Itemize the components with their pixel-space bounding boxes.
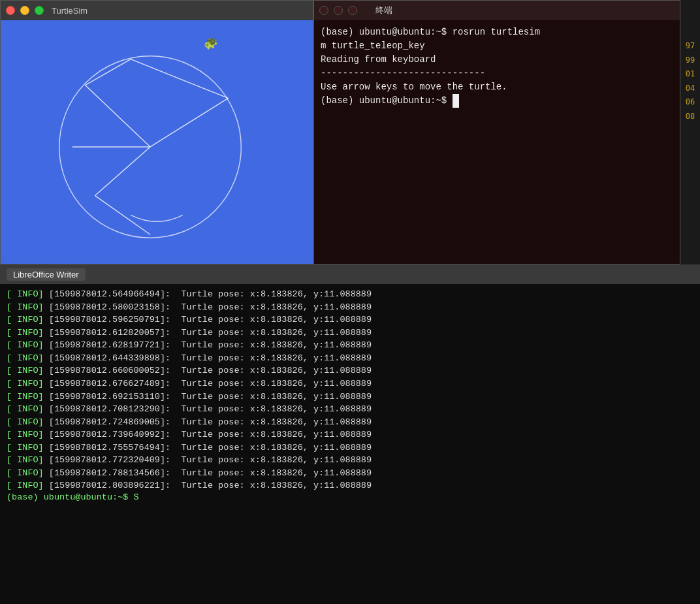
terminal-max-button[interactable] bbox=[348, 6, 357, 15]
log-line-10: [ INFO] [1599878012.724869005]: Turtle p… bbox=[7, 416, 693, 429]
log-line-11: [ INFO] [1599878012.739640992]: Turtle p… bbox=[7, 428, 693, 441]
svg-line-4 bbox=[131, 59, 228, 99]
turtle-path-svg bbox=[1, 20, 313, 264]
terminal-close-button[interactable] bbox=[319, 6, 328, 15]
terminal-line-3: ------------------------------ bbox=[321, 67, 673, 80]
bottom-section: [ INFO] [1599878012.564966494]: Turtle p… bbox=[0, 284, 700, 604]
terminal-top-window: 终端 (base) ubuntu@ubuntu:~$ rosrun turtle… bbox=[313, 0, 680, 264]
log-line-6: [ INFO] [1599878012.660600052]: Turtle p… bbox=[7, 364, 693, 377]
terminal-line-2: Reading from keyboard bbox=[321, 53, 673, 67]
terminal-top-content[interactable]: (base) ubuntu@ubuntu:~$ rosrun turtlesim… bbox=[314, 20, 680, 264]
sidebar-num-1: 97 bbox=[686, 39, 695, 54]
turtlesim-title: TurtleSim bbox=[52, 6, 88, 16]
maximize-button[interactable] bbox=[35, 6, 44, 15]
turtlesim-window: TurtleSim 🐢 bbox=[0, 0, 313, 264]
svg-line-5 bbox=[95, 147, 151, 196]
log-line-3: [ INFO] [1599878012.612820057]: Turtle p… bbox=[7, 326, 693, 340]
log-line-2: [ INFO] [1599878012.596250791]: Turtle p… bbox=[7, 313, 693, 326]
turtlesim-canvas: 🐢 bbox=[1, 20, 313, 264]
log-line-7: [ INFO] [1599878012.676627489]: Turtle p… bbox=[7, 377, 693, 390]
terminal-line-1: (base) ubuntu@ubuntu:~$ rosrun turtlesim bbox=[321, 25, 673, 39]
svg-line-1 bbox=[86, 85, 150, 146]
sidebar-num-4: 04 bbox=[686, 82, 695, 96]
terminal-line-4: Use arrow keys to move the turtle. bbox=[321, 80, 673, 94]
terminal-bottom-content[interactable]: [ INFO] [1599878012.564966494]: Turtle p… bbox=[0, 284, 700, 604]
terminal-line-5: (base) ubuntu@ubuntu:~$ bbox=[321, 94, 673, 108]
log-line-4: [ INFO] [1599878012.628197721]: Turtle p… bbox=[7, 339, 693, 352]
minimize-button[interactable] bbox=[20, 6, 29, 15]
log-line-13: [ INFO] [1599878012.772320409]: Turtle p… bbox=[7, 454, 693, 467]
log-line-12: [ INFO] [1599878012.755576494]: Turtle p… bbox=[7, 441, 693, 454]
terminal-top-title: 终端 bbox=[375, 5, 392, 16]
terminal-top-titlebar: 终端 bbox=[314, 1, 680, 20]
log-line-14: [ INFO] [1599878012.788134566]: Turtle p… bbox=[7, 467, 693, 480]
sidebar-num-2: 99 bbox=[686, 54, 695, 68]
log-line-1: [ INFO] [1599878012.580023158]: Turtle p… bbox=[7, 301, 693, 314]
separator-bar: LibreOffice Writer bbox=[0, 264, 700, 284]
log-line-5: [ INFO] [1599878012.644339898]: Turtle p… bbox=[7, 352, 693, 365]
log-line-15: [ INFO] [1599878012.803896221]: Turtle p… bbox=[7, 479, 693, 492]
terminal-min-button[interactable] bbox=[334, 6, 343, 15]
log-line-8: [ INFO] [1599878012.692153110]: Turtle p… bbox=[7, 390, 693, 404]
terminal-line-1b: m turtle_teleop_key bbox=[321, 39, 673, 53]
svg-line-6 bbox=[95, 196, 151, 235]
sidebar-num-6: 08 bbox=[686, 110, 695, 124]
top-section: TurtleSim 🐢 bbox=[0, 0, 700, 264]
sidebar-num-5: 06 bbox=[686, 95, 695, 110]
svg-line-2 bbox=[150, 98, 228, 147]
close-button[interactable] bbox=[6, 6, 15, 15]
libreoffice-label: LibreOffice Writer bbox=[7, 268, 86, 281]
sidebar-num-3: 01 bbox=[686, 67, 695, 82]
turtlesim-titlebar: TurtleSim bbox=[1, 1, 313, 20]
svg-line-3 bbox=[86, 59, 131, 86]
log-line-9: [ INFO] [1599878012.708123290]: Turtle p… bbox=[7, 403, 693, 416]
right-sidebar: 97 99 01 04 06 08 bbox=[680, 0, 700, 264]
bottom-prompt: (base) ubuntu@ubuntu:~$ S bbox=[7, 492, 693, 502]
log-line-0: [ INFO] [1599878012.564966494]: Turtle p… bbox=[7, 288, 693, 301]
